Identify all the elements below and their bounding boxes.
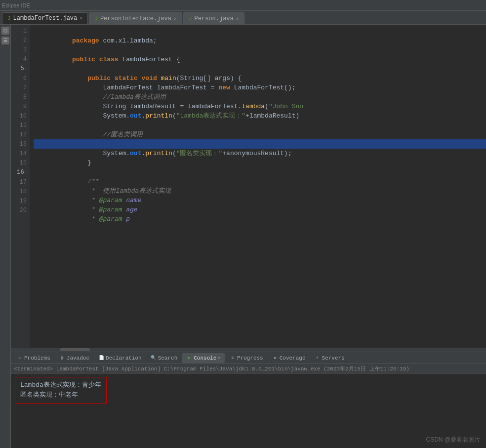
tab-coverage[interactable]: ◈ Coverage xyxy=(268,353,310,363)
servers-icon: ⚡ xyxy=(315,355,321,361)
tab-label-lambdafortest: LambdaForTest.java xyxy=(13,15,78,22)
progress-icon: ≡ xyxy=(230,355,236,361)
h-scrollbar[interactable] xyxy=(11,348,486,352)
code-line-8: String lambdaResult = lambdaForTest.lamb… xyxy=(34,92,486,102)
tab-label-console: Console xyxy=(194,355,216,361)
editor-tabs: J LambdaForTest.java ✕ J PersonInterface… xyxy=(0,11,486,25)
tab-search[interactable]: 🔍 Search xyxy=(147,353,182,363)
sidebar-icon-2[interactable]: ☰ xyxy=(1,37,9,44)
problems-icon: ⚠ xyxy=(17,355,23,361)
code-line-15 xyxy=(34,158,486,167)
tab-label-declaration: Declaration xyxy=(106,355,142,361)
console-tab-close[interactable]: ✕ xyxy=(218,355,220,361)
sidebar-icon-1[interactable]: ⬡ xyxy=(1,27,9,35)
code-line-19: * @param age xyxy=(34,196,486,205)
title-bar: Eclipse IDE xyxy=(0,0,486,11)
code-editor[interactable]: package com.xl.lambda; public class Lamb… xyxy=(30,25,486,348)
tab-label-search: Search xyxy=(158,355,178,361)
code-line-10 xyxy=(34,111,486,121)
console-line-2: 匿名类实现：中老年 xyxy=(20,390,101,400)
line-numbers: 1 2 3 4 5◦ 6 7 8 9 10 11 12 13 14 15 16◦… xyxy=(11,25,30,348)
code-line-14: } xyxy=(34,149,486,158)
code-line-18: * @param name xyxy=(34,186,486,196)
code-line-3: public class LambdaForTest { xyxy=(34,45,486,55)
code-line-12: String anonymousResult = lambdaForTest.a… xyxy=(34,130,486,139)
code-line-20: * @param p xyxy=(34,205,486,214)
console-header-text: <terminated> LambdaForTest [Java Applica… xyxy=(14,366,409,372)
left-sidebar: ⬡ ☰ xyxy=(0,25,11,448)
tab-person[interactable]: J Person.java ✕ xyxy=(183,12,244,24)
tab-progress[interactable]: ≡ Progress xyxy=(226,353,267,363)
tab-declaration[interactable]: 📄 Declaration xyxy=(94,353,146,363)
tab-label-person: Person.java xyxy=(195,15,234,22)
code-line-1: package com.xl.lambda; xyxy=(34,27,486,36)
code-line-11: //匿名类调用 xyxy=(34,121,486,130)
bottom-panel: ⚠ Problems @ Javadoc 📄 Declaration 🔍 Sea… xyxy=(11,352,486,448)
tab-label-progress: Progress xyxy=(237,355,263,361)
code-line-7: //lambda表达式调用 xyxy=(34,83,486,92)
console-output: Lambda表达式实现：青少年 匿名类实现：中老年 xyxy=(11,374,486,448)
declaration-icon: 📄 xyxy=(98,355,104,361)
tab-label-javadoc: Javadoc xyxy=(67,355,89,361)
console-output-box: Lambda表达式实现：青少年 匿名类实现：中老年 xyxy=(15,377,107,404)
code-line-13: System.out.println("匿名类实现："+anonymousRes… xyxy=(34,139,486,149)
editor-container: 1 2 3 4 5◦ 6 7 8 9 10 11 12 13 14 15 16◦… xyxy=(11,25,486,448)
search-icon: 🔍 xyxy=(151,355,157,361)
code-line-2 xyxy=(34,36,486,45)
tab-label-personinterface: PersonInterface.java xyxy=(100,15,171,22)
tab-problems[interactable]: ⚠ Problems xyxy=(13,353,54,363)
tab-javadoc[interactable]: @ Javadoc xyxy=(55,353,93,363)
tab-console[interactable]: ▶ Console ✕ xyxy=(182,353,225,363)
watermark: CSDN @爱看老照片 xyxy=(426,436,480,444)
code-area: 1 2 3 4 5◦ 6 7 8 9 10 11 12 13 14 15 16◦… xyxy=(11,25,486,348)
tab-label-problems: Problems xyxy=(24,355,50,361)
code-line-17: * 使用lambda表达式实现 xyxy=(34,177,486,186)
tab-personinterface[interactable]: J PersonInterface.java ✕ xyxy=(89,12,182,24)
console-icon: ▶ xyxy=(186,355,192,361)
tab-label-servers: Servers xyxy=(322,355,345,361)
code-line-9: System.out.println("Lambda表达式实现："+lambda… xyxy=(34,102,486,111)
tab-close-personinterface[interactable]: ✕ xyxy=(174,16,177,22)
tab-lambdafortest[interactable]: J LambdaForTest.java ✕ xyxy=(2,12,88,24)
bottom-tabs-bar: ⚠ Problems @ Javadoc 📄 Declaration 🔍 Sea… xyxy=(11,352,486,364)
code-line-6: LambdaForTest lambdaForTest = new Lambda… xyxy=(34,74,486,83)
console-header: <terminated> LambdaForTest [Java Applica… xyxy=(11,364,486,374)
main-container: ⬡ ☰ 1 2 3 4 5◦ 6 7 8 9 10 11 12 13 14 15 xyxy=(0,25,486,448)
tab-label-coverage: Coverage xyxy=(280,355,306,361)
code-line-16: /** xyxy=(34,167,486,177)
javadoc-icon: @ xyxy=(59,355,65,361)
code-line-4 xyxy=(34,55,486,64)
console-line-1: Lambda表达式实现：青少年 xyxy=(20,380,101,390)
coverage-icon: ◈ xyxy=(272,355,278,361)
tab-servers[interactable]: ⚡ Servers xyxy=(311,353,349,363)
code-line-5: public static void main(String[] args) { xyxy=(34,64,486,74)
tab-close-person[interactable]: ✕ xyxy=(236,16,239,22)
tab-close-lambdafortest[interactable]: ✕ xyxy=(80,15,82,21)
